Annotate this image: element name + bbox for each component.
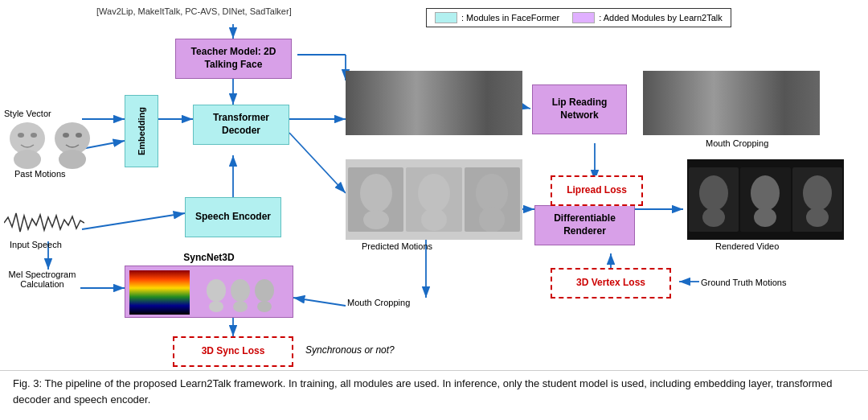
predicted-motions-images xyxy=(346,159,522,240)
svg-point-36 xyxy=(479,207,505,232)
mouth-cropping-bot-label: Mouth Cropping xyxy=(347,298,410,307)
rendered-video-images xyxy=(687,159,844,240)
svg-point-28 xyxy=(233,301,248,312)
face-right xyxy=(51,119,93,169)
face-thumb-2 xyxy=(229,273,252,313)
face-thumb-1 xyxy=(205,273,227,313)
legend-purple: : Added Modules by Learn2Talk xyxy=(572,12,723,23)
embedding-label: Embedding xyxy=(136,107,147,155)
svg-point-49 xyxy=(63,133,69,138)
svg-line-14 xyxy=(289,133,346,193)
teacher-model-box: Teacher Model: 2D Talking Face xyxy=(175,39,292,79)
legend-purple-label: : Added Modules by Learn2Talk xyxy=(599,13,723,23)
past-motions-faces xyxy=(6,119,93,169)
style-vector-label: Style Vector xyxy=(4,109,51,118)
svg-point-45 xyxy=(18,133,24,138)
legend-cyan-box xyxy=(435,12,457,23)
face-3d-3 xyxy=(465,167,520,232)
differentiable-renderer-box: Differentiable Renderer xyxy=(534,205,635,245)
predicted-motions-label: Predicted Motions xyxy=(362,241,432,251)
svg-point-37 xyxy=(699,175,728,211)
transformer-decoder-label: Transformer Decoder xyxy=(194,112,289,137)
input-speech-waveform xyxy=(4,209,84,237)
svg-point-44 xyxy=(14,150,41,169)
lip-reading-network-box: Lip Reading Network xyxy=(532,84,627,134)
lipread-loss-label: Lipread Loss xyxy=(567,184,627,197)
lip-reading-label: Lip Reading Network xyxy=(533,97,626,121)
svg-line-12 xyxy=(82,213,185,229)
svg-point-30 xyxy=(257,301,272,312)
legend-cyan-label: : Modules in FaceFormer xyxy=(461,13,559,23)
svg-point-35 xyxy=(476,174,508,212)
syncnet-label: SyncNet3D xyxy=(125,252,293,265)
vertex-loss-box: 3D Vertex Loss xyxy=(551,268,671,299)
sync-loss-box: 3D Sync Loss xyxy=(173,336,293,367)
transformer-decoder-box: Transformer Decoder xyxy=(193,105,289,145)
spectrogram-image xyxy=(129,270,190,315)
svg-point-33 xyxy=(418,174,450,212)
svg-point-25 xyxy=(207,279,226,302)
mouth-images-top xyxy=(346,71,522,135)
svg-point-32 xyxy=(363,210,389,229)
past-motions-label: Past Motions xyxy=(14,169,66,179)
embedding-box: Embedding xyxy=(125,95,158,167)
face-thumb-3 xyxy=(253,273,276,313)
rendered-face-1 xyxy=(689,167,739,232)
face-3d-2 xyxy=(406,167,461,232)
svg-point-38 xyxy=(702,208,725,227)
sync-loss-label: 3D Sync Loss xyxy=(202,345,265,358)
input-speech-label: Input Speech xyxy=(10,240,62,249)
speech-encoder-label: Speech Encoder xyxy=(195,211,271,224)
vertex-loss-label: 3D Vertex Loss xyxy=(576,277,645,290)
svg-point-39 xyxy=(751,175,780,211)
mouth-images-right xyxy=(643,71,820,135)
speech-encoder-box: Speech Encoder xyxy=(185,197,281,237)
svg-line-22 xyxy=(293,298,346,306)
diagram-container: [Wav2Lip, MakeItTalk, PC-AVS, DINet, Sad… xyxy=(0,0,868,370)
mouth-cropping-top-label: Mouth Cropping xyxy=(706,138,768,148)
face-left xyxy=(6,119,48,169)
citation-text: [Wav2Lip, MakeItTalk, PC-AVS, DINet, Sad… xyxy=(96,6,292,16)
mel-spectrogram-label: Mel Spectrogram Calculation xyxy=(4,270,80,289)
legend: : Modules in FaceFormer : Added Modules … xyxy=(426,8,731,27)
svg-point-50 xyxy=(76,133,82,138)
svg-point-31 xyxy=(360,174,392,212)
teacher-model-label: Teacher Model: 2D Talking Face xyxy=(176,46,291,71)
syncnet3d-box: SyncNet3D xyxy=(125,266,293,318)
legend-purple-box xyxy=(572,12,595,23)
ground-truth-label: Ground Truth Motions xyxy=(701,278,786,287)
svg-point-29 xyxy=(255,279,274,302)
rendered-face-2 xyxy=(740,167,790,232)
svg-point-41 xyxy=(803,175,832,211)
rendered-face-3 xyxy=(792,167,842,232)
legend-cyan: : Modules in FaceFormer xyxy=(435,12,559,23)
svg-point-40 xyxy=(754,208,776,227)
svg-point-42 xyxy=(806,208,829,227)
rendered-video-label: Rendered Video xyxy=(715,241,779,251)
svg-point-48 xyxy=(59,150,86,169)
differentiable-renderer-label: Differentiable Renderer xyxy=(535,212,634,237)
face-3d-1 xyxy=(348,167,403,232)
lipread-loss-box: Lipread Loss xyxy=(551,175,643,206)
svg-point-46 xyxy=(31,133,37,138)
svg-point-26 xyxy=(209,301,223,312)
caption-text: Fig. 3: The pipeline of the proposed Lea… xyxy=(13,377,832,406)
caption: Fig. 3: The pipeline of the proposed Lea… xyxy=(0,370,868,412)
svg-point-27 xyxy=(231,279,250,302)
syncnet-faces xyxy=(194,270,286,315)
synchronous-label: Synchronous or not? xyxy=(305,344,395,356)
svg-point-34 xyxy=(421,208,447,231)
